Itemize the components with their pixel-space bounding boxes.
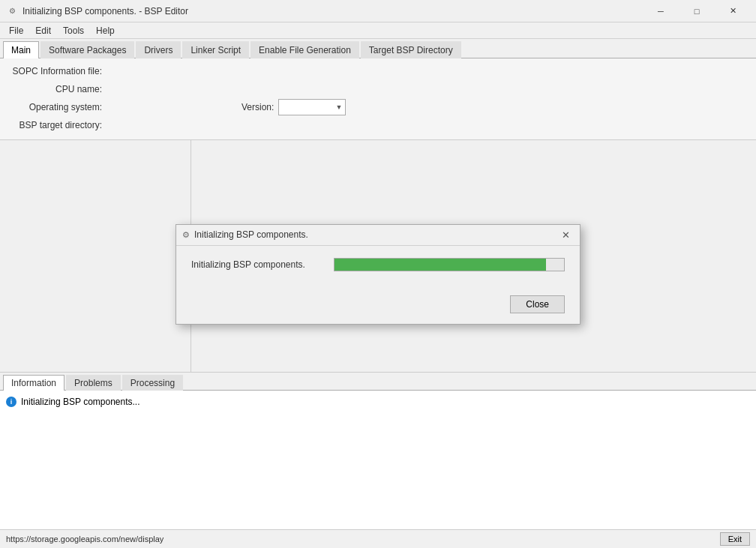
modal-icon: ⚙	[182, 230, 190, 240]
modal-close-button[interactable]: Close	[510, 295, 565, 313]
progress-modal: ⚙ Initializing BSP components. ✕ Initial…	[176, 224, 580, 325]
modal-title-bar: ⚙ Initializing BSP components. ✕	[176, 225, 580, 246]
modal-title: Initializing BSP components.	[194, 229, 308, 240]
modal-title-left: ⚙ Initializing BSP components.	[182, 229, 308, 240]
modal-footer: Close	[176, 295, 580, 324]
progress-row: Initializing BSP components.	[191, 258, 565, 271]
modal-overlay: ⚙ Initializing BSP components. ✕ Initial…	[0, 0, 756, 548]
progress-bar-fill	[334, 259, 546, 271]
modal-close-icon-btn[interactable]: ✕	[557, 226, 574, 243]
modal-body: Initializing BSP components.	[176, 246, 580, 295]
progress-label: Initializing BSP components.	[191, 259, 326, 270]
progress-bar-container	[334, 258, 565, 271]
